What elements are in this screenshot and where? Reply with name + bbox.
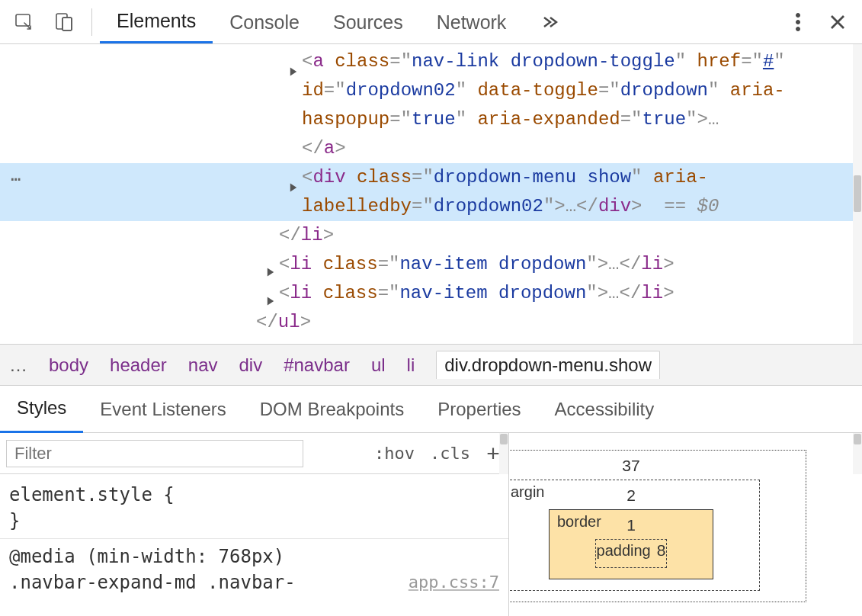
- kebab-menu-icon[interactable]: [778, 1, 818, 43]
- scrollbar-thumb[interactable]: [854, 175, 861, 212]
- svg-rect-2: [62, 18, 72, 30]
- breadcrumb-item[interactable]: div: [239, 355, 262, 376]
- dom-scrollbar[interactable]: [853, 44, 862, 344]
- cls-toggle[interactable]: .cls: [422, 433, 478, 474]
- tab-console[interactable]: Console: [213, 1, 316, 43]
- svg-point-6: [796, 27, 800, 30]
- disclosure-triangle-icon[interactable]: [265, 287, 277, 300]
- tab-accessibility[interactable]: Accessibility: [538, 386, 671, 433]
- svg-rect-0: [16, 14, 30, 26]
- svg-point-4: [796, 13, 800, 17]
- computed-boxmodel: tion 37 argin 2 border 1 padding 8: [509, 433, 862, 616]
- scrollbar-thumb[interactable]: [500, 434, 508, 444]
- breadcrumb-item[interactable]: nav: [188, 355, 218, 376]
- breadcrumb-item[interactable]: body: [49, 355, 88, 376]
- more-tabs-icon[interactable]: [530, 1, 570, 43]
- breadcrumb-item[interactable]: #navbar: [284, 355, 350, 376]
- elements-dom-tree[interactable]: <a class="nav-link dropdown-toggle" href…: [0, 44, 862, 345]
- boxmodel-scrollbar[interactable]: [853, 433, 862, 474]
- panel-tabs: Elements Console Sources Network: [100, 0, 523, 43]
- dom-node-selected[interactable]: ⋯ <div class="dropdown-menu show" aria-l…: [0, 163, 853, 221]
- dom-node-ul-close[interactable]: </ul>: [0, 308, 853, 337]
- boxmodel-padding[interactable]: padding 8: [595, 539, 667, 568]
- dom-node-a-close[interactable]: </a>: [0, 134, 853, 163]
- styles-scrollbar[interactable]: [499, 433, 508, 474]
- dom-node-li-close[interactable]: </li>: [0, 221, 853, 250]
- boxmodel-margin[interactable]: argin 2 border 1 padding 8: [509, 480, 760, 591]
- close-icon[interactable]: [818, 1, 857, 43]
- svg-point-5: [796, 20, 800, 24]
- scrollbar-thumb[interactable]: [854, 434, 861, 444]
- styles-filter-input[interactable]: [6, 440, 303, 467]
- tab-network[interactable]: Network: [420, 1, 524, 43]
- disclosure-triangle-icon[interactable]: [288, 174, 300, 186]
- dom-node-li2[interactable]: <li class="nav-item dropdown">…</li>: [0, 250, 853, 279]
- dom-node-li3[interactable]: <li class="nav-item dropdown">…</li>: [0, 279, 853, 308]
- styles-toolbar: :hov .cls +: [0, 433, 508, 474]
- breadcrumb-item-selected[interactable]: div.dropdown-menu.show: [436, 351, 660, 379]
- gutter-ellipsis-icon[interactable]: ⋯: [11, 166, 22, 195]
- tab-sources[interactable]: Sources: [316, 1, 420, 43]
- styles-panel: :hov .cls + element.style { } @media (mi…: [0, 433, 862, 616]
- hov-toggle[interactable]: :hov: [367, 433, 422, 474]
- disclosure-triangle-icon[interactable]: [265, 258, 277, 271]
- inspect-element-icon[interactable]: [5, 1, 44, 43]
- disclosure-triangle-icon[interactable]: [288, 58, 300, 70]
- dom-breadcrumb: … body header nav div #navbar ul li div.…: [0, 345, 862, 386]
- breadcrumb-item[interactable]: header: [110, 355, 167, 376]
- tab-styles[interactable]: Styles: [0, 386, 83, 433]
- rule-source-link[interactable]: app.css:7: [398, 569, 499, 595]
- breadcrumb-overflow[interactable]: …: [9, 355, 27, 376]
- css-rule-block[interactable]: @media (min-width: 768px) .navbar-expand…: [0, 539, 508, 597]
- boxmodel-position[interactable]: tion 37 argin 2 border 1 padding 8: [509, 450, 806, 602]
- dom-node-a-open[interactable]: <a class="nav-link dropdown-toggle" href…: [0, 47, 853, 134]
- tab-properties[interactable]: Properties: [421, 386, 537, 433]
- breadcrumb-item[interactable]: li: [407, 355, 415, 376]
- toolbar-divider: [91, 8, 92, 36]
- plus-icon: +: [486, 441, 500, 467]
- breadcrumb-item[interactable]: ul: [371, 355, 386, 376]
- tab-event-listeners[interactable]: Event Listeners: [83, 386, 242, 433]
- tab-dom-breakpoints[interactable]: DOM Breakpoints: [243, 386, 421, 433]
- device-toolbar-icon[interactable]: [44, 1, 84, 43]
- tab-elements[interactable]: Elements: [100, 1, 213, 43]
- element-style-block[interactable]: element.style { }: [0, 474, 508, 539]
- sidebar-tabs: Styles Event Listeners DOM Breakpoints P…: [0, 386, 862, 433]
- styles-rules: :hov .cls + element.style { } @media (mi…: [0, 433, 509, 616]
- boxmodel-border[interactable]: border 1 padding 8: [549, 509, 713, 579]
- devtools-toolbar: Elements Console Sources Network: [0, 0, 862, 44]
